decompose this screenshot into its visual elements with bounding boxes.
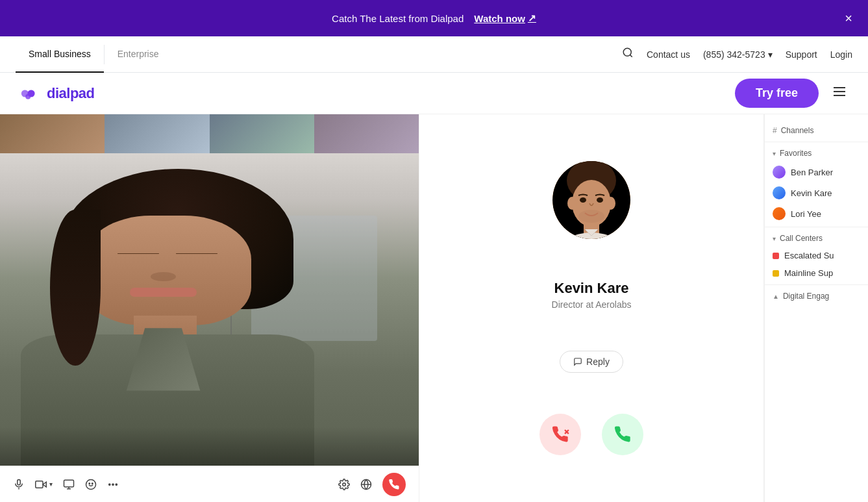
decline-icon (551, 425, 569, 444)
logo-text: dialpad (47, 85, 95, 102)
accept-icon (614, 425, 632, 444)
mic-icon (13, 479, 25, 490)
emoji-icon (85, 479, 97, 490)
right-sidebar: # Channels ▾ Favorites Ben Parker Kevin … (764, 114, 868, 502)
favorites-header: ▾ Favorites (765, 145, 868, 162)
top-banner: Catch The Latest from Dialpad Watch now … (0, 0, 868, 36)
favorites-chevron-icon: ▾ (773, 150, 776, 157)
avatar-inner (552, 161, 630, 239)
svg-rect-10 (64, 480, 74, 487)
video-section: ▾ (0, 114, 419, 502)
end-call-button[interactable] (382, 473, 406, 496)
svg-point-31 (578, 210, 604, 223)
hamburger-menu-icon[interactable] (832, 84, 847, 103)
login-link[interactable]: Login (830, 49, 852, 60)
end-call-icon (388, 479, 400, 490)
banner-link[interactable]: Watch now ↗ (474, 12, 536, 24)
nav-tab-small-business[interactable]: Small Business (16, 36, 104, 73)
video-overlay (0, 427, 419, 466)
contact-us-link[interactable]: Contact us (647, 49, 690, 60)
camera-chevron: ▾ (49, 481, 53, 488)
video-controls: ▾ (0, 466, 419, 502)
svg-point-27 (567, 197, 577, 210)
more-icon (107, 479, 119, 490)
chevron-down-icon: ▾ (768, 49, 773, 60)
svg-point-19 (343, 483, 346, 486)
watch-now-text: Watch now (474, 13, 525, 24)
sidebar-item-escalated[interactable]: Escalated Su (765, 247, 868, 264)
call-panel: Kevin Kare Director at Aerolabs Reply (419, 114, 764, 502)
more-options-button[interactable] (107, 479, 119, 490)
enterprise-label: Enterprise (118, 49, 159, 59)
lori-yee-name: Lori Yee (791, 209, 821, 219)
support-link[interactable]: Support (786, 49, 817, 60)
call-centers-chevron-icon: ▾ (773, 235, 776, 242)
svg-rect-7 (18, 479, 21, 484)
divider-1 (765, 142, 868, 142)
sidebar-item-kevin-kare[interactable]: Kevin Kare (765, 182, 868, 203)
svg-point-13 (86, 479, 96, 489)
thumbnail-3[interactable] (210, 114, 314, 153)
screen-icon (63, 479, 75, 490)
channels-header: # Channels (765, 122, 868, 139)
globe-icon (360, 479, 372, 490)
controls-right (338, 473, 406, 496)
call-centers-label: Call Centers (780, 234, 823, 243)
search-icon[interactable] (622, 47, 634, 62)
logo[interactable]: dialpad (21, 85, 95, 102)
thumbnail-2[interactable] (105, 114, 209, 153)
accept-call-button[interactable] (602, 414, 643, 455)
hash-icon: # (773, 126, 777, 135)
kevin-kare-avatar (773, 186, 786, 199)
decline-call-button[interactable] (539, 414, 581, 455)
digital-engage-header: ▲ Digital Engag (765, 288, 868, 305)
divider-2 (765, 227, 868, 227)
nav-bar: Small Business Enterprise Contact us (85… (0, 36, 868, 73)
sidebar-item-ben-parker[interactable]: Ben Parker (765, 162, 868, 182)
svg-point-28 (606, 197, 615, 210)
svg-point-29 (580, 197, 586, 203)
call-actions (539, 414, 643, 455)
caller-avatar (552, 161, 630, 239)
camera-icon (35, 479, 47, 490)
caller-info: Kevin Kare Director at Aerolabs (552, 280, 632, 310)
nav-tab-enterprise[interactable]: Enterprise (105, 36, 172, 73)
screen-share-button[interactable] (63, 479, 75, 490)
thumbnail-1[interactable] (0, 114, 105, 153)
try-free-button[interactable]: Try free (735, 79, 819, 108)
svg-point-15 (92, 483, 93, 484)
camera-button[interactable]: ▾ (35, 479, 53, 490)
banner-close-button[interactable]: × (845, 12, 852, 25)
mainline-label: Mainline Sup (784, 268, 833, 278)
ben-parker-avatar (773, 166, 786, 179)
lori-yee-avatar (773, 207, 786, 220)
kevin-kare-name: Kevin Kare (791, 188, 832, 198)
svg-point-14 (89, 483, 90, 484)
svg-point-3 (25, 94, 31, 99)
header-bar: dialpad Try free (0, 73, 868, 114)
mainline-dot-icon (773, 270, 779, 277)
sidebar-item-mainline[interactable]: Mainline Sup (765, 264, 868, 282)
nav-left: Small Business Enterprise (16, 36, 172, 73)
reply-label: Reply (586, 357, 610, 367)
favorites-label: Favorites (780, 149, 812, 158)
arrow-icon: ↗ (528, 12, 536, 24)
svg-point-16 (109, 483, 110, 484)
mic-button[interactable] (13, 479, 25, 490)
phone-number[interactable]: (855) 342-5723 ▾ (703, 49, 773, 60)
emoji-button[interactable] (85, 479, 97, 490)
video-main (0, 153, 419, 466)
small-business-label: Small Business (29, 49, 91, 59)
globe-button[interactable] (360, 479, 372, 490)
sidebar-item-lori-yee[interactable]: Lori Yee (765, 203, 868, 224)
svg-point-18 (116, 483, 117, 484)
banner-text: Catch The Latest from Dialpad (332, 13, 464, 24)
thumbnail-4[interactable] (314, 114, 419, 153)
reply-icon (573, 357, 582, 366)
call-centers-header: ▾ Call Centers (765, 230, 868, 247)
reply-button[interactable]: Reply (560, 351, 623, 373)
settings-button[interactable] (338, 479, 350, 490)
caller-avatar-svg (552, 161, 630, 239)
nav-right: Contact us (855) 342-5723 ▾ Support Logi… (622, 47, 852, 62)
caller-title: Director at Aerolabs (552, 299, 632, 310)
